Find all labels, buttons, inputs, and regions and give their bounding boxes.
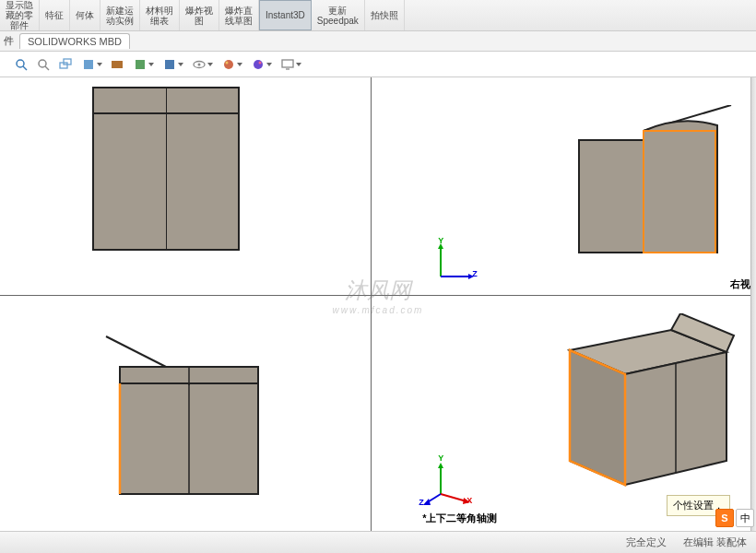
svg-point-14 (254, 60, 263, 69)
triad-icon: Y Z (431, 240, 478, 286)
svg-point-2 (39, 60, 46, 67)
status-mode: 在编辑 装配体 (679, 535, 750, 549)
viewport-divider-horizontal[interactable] (0, 295, 756, 296)
ribbon-exploded-view[interactable]: 爆炸视 图 (180, 0, 219, 30)
screen-icon[interactable] (278, 56, 302, 73)
pane-right[interactable]: Y Z 右视 (385, 77, 756, 295)
display-style-icon[interactable] (131, 56, 155, 73)
ribbon-instant3d[interactable]: Instant3D (259, 0, 312, 30)
svg-marker-42 (423, 499, 431, 505)
ribbon: 显示隐 藏的零 部件 特征 何体 新建运 动实例 材料明 细表 爆炸视 图 爆炸… (0, 0, 756, 31)
status-define: 完全定义 (622, 535, 670, 549)
svg-point-12 (224, 60, 233, 69)
task-pane-edge[interactable] (750, 77, 756, 531)
hide-icon[interactable] (190, 56, 214, 73)
svg-rect-16 (282, 60, 293, 67)
svg-point-11 (197, 63, 200, 65)
status-bar: 完全定义 在编辑 装配体 (0, 531, 756, 553)
zoom-fit-icon[interactable] (13, 56, 30, 73)
svg-point-15 (258, 61, 261, 64)
ribbon-snapshot[interactable]: 拍快照 (365, 0, 405, 30)
svg-rect-19 (579, 140, 644, 253)
svg-rect-8 (136, 60, 145, 69)
view-label-right: 右视 (730, 277, 750, 291)
ribbon-feature[interactable]: 特征 (40, 0, 70, 30)
ime-indicator[interactable]: S 中 (715, 509, 754, 527)
appearance-icon[interactable] (249, 56, 273, 73)
ribbon-new-motion[interactable]: 新建运 动实例 (100, 0, 140, 30)
svg-line-3 (45, 66, 49, 70)
svg-point-0 (17, 60, 24, 67)
svg-rect-7 (112, 61, 123, 68)
ribbon-body[interactable]: 何体 (70, 0, 100, 30)
ribbon-show-hidden[interactable]: 显示隐 藏的零 部件 (0, 0, 40, 30)
ribbon-speedpak[interactable]: 更新 Speedpak (312, 0, 365, 30)
view-label-iso: *上下二等角轴测 (422, 512, 497, 525)
ribbon-exploded-sketch[interactable]: 爆炸直 线草图 (219, 0, 259, 30)
viewport[interactable]: Y Z 右视 (0, 77, 756, 531)
viewport-divider-vertical[interactable] (371, 77, 372, 531)
zoom-area-icon[interactable] (57, 56, 74, 73)
svg-line-39 (441, 494, 467, 501)
view-toolbar (0, 52, 756, 77)
triad-icon: Y X Z (422, 457, 468, 503)
svg-rect-6 (84, 60, 93, 69)
tab-prefix: 件 (4, 34, 19, 48)
svg-line-1 (23, 66, 27, 70)
ime-lang-icon[interactable]: 中 (736, 509, 754, 527)
svg-point-13 (225, 61, 228, 64)
svg-marker-38 (438, 463, 443, 468)
command-tab-bar: 件 SOLIDWORKS MBD (0, 31, 756, 52)
pane-front[interactable] (0, 77, 371, 295)
section-icon[interactable] (109, 56, 125, 73)
magnify-icon[interactable] (35, 56, 52, 73)
svg-rect-9 (165, 60, 174, 69)
svg-line-25 (106, 336, 166, 367)
scene-icon[interactable] (219, 56, 243, 73)
rotate-icon[interactable] (79, 56, 103, 73)
ribbon-bom[interactable]: 材料明 细表 (140, 0, 180, 30)
pane-front-open[interactable] (0, 304, 371, 531)
tab-solidworks-mbd[interactable]: SOLIDWORKS MBD (19, 33, 130, 49)
ime-sogou-icon[interactable]: S (715, 509, 734, 527)
render-icon[interactable] (160, 56, 184, 73)
